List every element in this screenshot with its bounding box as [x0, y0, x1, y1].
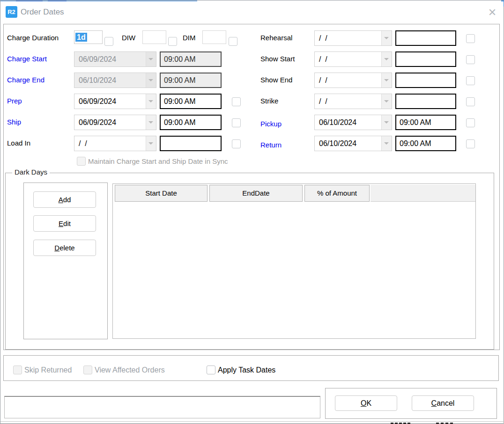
ship-row: Ship 06/09/2024 09:00 AM — [0, 115, 253, 131]
load-in-label: Load In — [7, 139, 30, 147]
dark-days-group: Dark Days Add Edit Delete Start Date End… — [5, 173, 494, 350]
ship-checkbox[interactable] — [232, 118, 241, 127]
add-button[interactable]: Add — [33, 191, 96, 208]
show-end-date-input[interactable]: / / — [314, 73, 392, 88]
close-icon[interactable]: ✕ — [485, 5, 500, 20]
load-in-checkbox[interactable] — [232, 139, 241, 148]
charge-duration-value: 1d — [75, 33, 87, 42]
rehearsal-date-input[interactable]: / / — [314, 30, 392, 46]
diw-input[interactable] — [142, 30, 166, 44]
charge-end-label: Charge End — [7, 76, 44, 84]
show-start-date-value: / / — [315, 52, 381, 66]
ship-date-input[interactable]: 06/09/2024 — [74, 115, 156, 130]
dark-days-button-panel: Add Edit Delete — [23, 183, 108, 339]
dim-checkbox[interactable] — [229, 37, 237, 46]
load-in-dropdown-icon[interactable] — [146, 136, 156, 151]
show-start-checkbox[interactable] — [466, 55, 475, 64]
rehearsal-checkbox[interactable] — [466, 34, 475, 43]
ship-date-value: 06/09/2024 — [74, 115, 146, 130]
ship-dropdown-icon[interactable] — [146, 115, 156, 130]
show-start-time-input[interactable] — [395, 51, 456, 67]
pickup-date-input[interactable]: 06/10/2024 — [314, 115, 392, 130]
prep-row: Prep 06/09/2024 09:00 AM — [0, 94, 253, 110]
order-dates-dialog: R2 Order Dates ✕ Charge Duration 1d DIW … — [0, 0, 504, 424]
strike-date-input[interactable]: / / — [314, 94, 392, 109]
prep-date-value: 06/09/2024 — [74, 94, 146, 109]
apply-task-dates-checkbox[interactable] — [207, 366, 215, 374]
show-end-checkbox[interactable] — [466, 76, 475, 85]
load-in-time-input[interactable] — [160, 136, 222, 151]
charge-duration-input[interactable]: 1d — [74, 30, 103, 44]
return-label: Return — [260, 141, 282, 149]
show-end-date-value: / / — [315, 73, 381, 88]
edit-button[interactable]: Edit — [33, 215, 96, 232]
show-start-dropdown-icon[interactable] — [381, 52, 392, 66]
pickup-checkbox[interactable] — [466, 118, 475, 127]
strike-time-input[interactable] — [395, 94, 456, 109]
pickup-dropdown-icon[interactable] — [381, 115, 392, 130]
column-header-start-date[interactable]: Start Date — [115, 185, 208, 202]
action-button-panel: OK Cancel — [325, 388, 497, 419]
bottom-divider — [0, 421, 504, 422]
charge-end-date-value: 06/10/2024 — [74, 73, 146, 88]
prep-date-input[interactable]: 06/09/2024 — [74, 94, 156, 109]
rehearsal-dropdown-icon[interactable] — [381, 31, 392, 45]
charge-duration-row: Charge Duration 1d DIW DIM — [0, 30, 253, 49]
prep-checkbox[interactable] — [232, 97, 241, 106]
strike-dropdown-icon[interactable] — [381, 94, 392, 109]
return-date-input[interactable]: 06/10/2024 — [314, 136, 392, 151]
show-start-date-input[interactable]: / / — [314, 51, 392, 67]
return-time-input[interactable]: 09:00 AM — [395, 136, 456, 151]
cancel-button[interactable]: Cancel — [412, 395, 474, 411]
dim-input[interactable] — [202, 30, 226, 44]
charge-duration-checkbox[interactable] — [104, 37, 113, 46]
app-logo-icon: R2 — [6, 6, 17, 18]
pickup-date-value: 06/10/2024 — [315, 115, 381, 130]
diw-label: DIW — [122, 34, 135, 42]
bottom-divider-2 — [0, 423, 504, 424]
charge-start-dropdown-icon[interactable] — [146, 52, 156, 66]
ship-time-input[interactable]: 09:00 AM — [160, 115, 222, 130]
charge-start-date-input[interactable]: 06/09/2024 — [74, 51, 156, 67]
maintain-sync-checkbox[interactable] — [77, 157, 86, 166]
prep-dropdown-icon[interactable] — [146, 94, 156, 109]
charge-start-time-input[interactable]: 09:00 AM — [160, 51, 222, 67]
skip-returned-checkbox[interactable] — [13, 366, 22, 374]
return-dropdown-icon[interactable] — [381, 136, 392, 151]
ship-label: Ship — [7, 118, 21, 126]
strike-label: Strike — [260, 97, 278, 105]
pickup-time-input[interactable]: 09:00 AM — [395, 115, 456, 130]
strike-checkbox[interactable] — [466, 97, 475, 106]
ok-button[interactable]: OK — [335, 395, 397, 411]
dark-days-table[interactable]: Start Date EndDate % of Amount — [112, 183, 476, 339]
footer-options-panel: Skip Returned View Affected Orders Apply… — [3, 355, 499, 381]
show-end-dropdown-icon[interactable] — [381, 73, 392, 88]
note-input[interactable] — [4, 396, 320, 418]
charge-end-row: Charge End 06/10/2024 09:00 AM — [0, 73, 253, 88]
prep-label: Prep — [7, 97, 22, 105]
charge-end-date-input[interactable]: 06/10/2024 — [74, 73, 156, 88]
prep-time-input[interactable]: 09:00 AM — [160, 94, 222, 109]
diw-checkbox[interactable] — [168, 37, 177, 46]
charge-end-time-input[interactable]: 09:00 AM — [160, 73, 222, 88]
strike-date-value: / / — [315, 94, 381, 109]
charge-start-date-value: 06/09/2024 — [74, 52, 146, 66]
apply-task-dates-label: Apply Task Dates — [218, 366, 275, 374]
rehearsal-time-input[interactable] — [395, 30, 456, 46]
show-end-time-input[interactable] — [395, 73, 456, 88]
return-checkbox[interactable] — [466, 139, 475, 148]
show-end-row: Show End / / — [253, 73, 504, 88]
column-header-filler — [371, 185, 475, 202]
column-header-percent-amount[interactable]: % of Amount — [304, 185, 370, 202]
maintain-sync-label: Maintain Charge Start and Ship Date in S… — [88, 157, 228, 165]
column-header-end-date[interactable]: EndDate — [209, 185, 303, 202]
dim-label: DIM — [183, 34, 196, 42]
pickup-label: Pickup — [260, 120, 282, 128]
delete-button[interactable]: Delete — [33, 240, 96, 256]
return-row: Return 06/10/2024 09:00 AM — [253, 136, 504, 152]
show-start-row: Show Start / / — [253, 51, 504, 67]
charge-end-dropdown-icon[interactable] — [146, 73, 156, 88]
view-affected-orders-checkbox[interactable] — [83, 366, 92, 374]
rehearsal-date-value: / / — [315, 31, 381, 45]
load-in-date-input[interactable]: / / — [74, 136, 156, 151]
